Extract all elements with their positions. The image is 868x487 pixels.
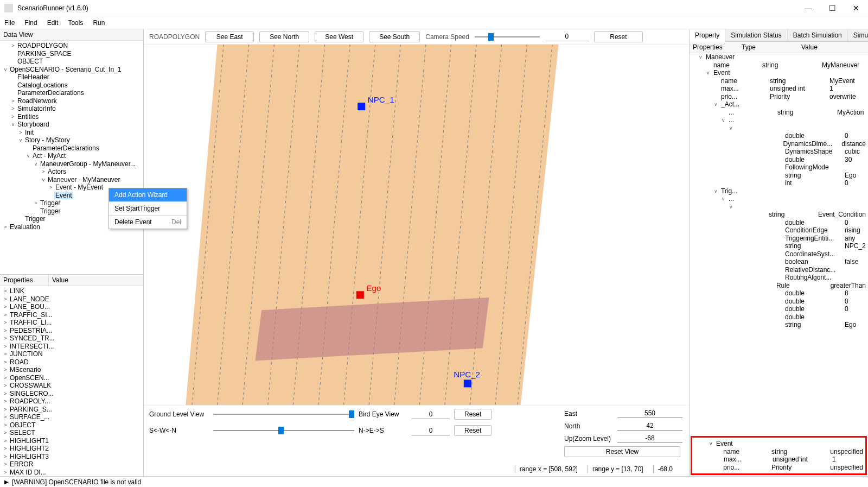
property-row[interactable]: stringEgo (690, 172, 868, 180)
tree-item[interactable]: vManeuverGroup - MyManeuver... (0, 160, 143, 168)
npc2-marker[interactable] (464, 380, 471, 387)
status-expand-icon[interactable]: ▶ (4, 479, 9, 485)
property-item[interactable]: >JUNCTION (0, 350, 143, 358)
property-row[interactable]: CoordinateSyst... (690, 250, 868, 258)
scenario-tree[interactable]: >ROADPOLYGONPARKING_SPACEOBJECTvOpenSCEN… (0, 41, 143, 274)
tree-item[interactable]: vManeuver - MyManeuver (0, 176, 143, 184)
property-row[interactable]: namestringunspecified (692, 448, 865, 456)
property-item[interactable]: >PEDESTRIA... (0, 327, 143, 335)
property-row[interactable]: max...unsigned int1 (690, 85, 868, 93)
tab-batch-simulation[interactable]: Batch Simulation (788, 29, 848, 41)
property-row[interactable]: ...stringMyAction (690, 109, 868, 117)
see-south-button[interactable]: See South (369, 31, 420, 42)
orientation-slider[interactable] (213, 426, 354, 435)
property-item[interactable]: >OBJECT (0, 421, 143, 429)
ctx-add-action-wizard[interactable]: Add Action Wizard (109, 188, 187, 202)
property-item[interactable]: >ERROR (0, 460, 143, 469)
property-row[interactable]: DynamicsDime...distance (690, 140, 868, 148)
ctx-set-start-trigger[interactable]: Set StartTrigger (109, 202, 187, 216)
property-row[interactable]: double0 (690, 219, 868, 227)
property-item[interactable]: >INTERSECTI... (0, 343, 143, 351)
north-input[interactable] (617, 421, 682, 431)
property-row[interactable]: RulegreaterThan (690, 282, 868, 290)
property-row[interactable]: vEvent (690, 69, 868, 77)
property-row[interactable]: stringNPC_2 (690, 242, 868, 250)
menu-edit[interactable]: Edit (47, 19, 59, 27)
property-row[interactable]: stringEgo (690, 321, 868, 329)
east-input[interactable] (617, 409, 682, 418)
property-row[interactable]: stringEvent_Condition (690, 211, 868, 219)
property-row[interactable]: prio...Priorityoverwrite (690, 93, 868, 101)
property-row[interactable]: FollowingMode (690, 163, 868, 172)
property-row[interactable]: booleanfalse (690, 258, 868, 266)
property-row[interactable]: double0 (690, 132, 868, 140)
tree-item[interactable]: >RoadNetwork (0, 97, 143, 105)
orientation-reset-button[interactable]: Reset (454, 425, 492, 436)
ctx-delete-event[interactable]: Delete Event Del (109, 216, 187, 229)
tree-item[interactable]: OBJECT (0, 58, 143, 66)
property-item[interactable]: >LANE_NODE (0, 295, 143, 303)
property-row[interactable]: RelativeDistanc... (690, 266, 868, 274)
property-item[interactable]: >LANE_BOU... (0, 303, 143, 311)
tree-item[interactable]: ParameterDeclarations (0, 144, 143, 153)
tree-item[interactable]: >SimulatorInfo (0, 105, 143, 113)
property-row[interactable]: vTrig... (690, 187, 868, 195)
maximize-button[interactable]: ☐ (825, 4, 840, 12)
property-row[interactable]: double30 (690, 156, 868, 164)
tab-property[interactable]: Property (690, 29, 725, 42)
viewport[interactable]: NPC_1 Ego NPC_2 (144, 45, 689, 405)
property-row[interactable]: namestringMyManeuver (690, 61, 868, 69)
tree-item[interactable]: >Init (0, 129, 143, 137)
property-row[interactable]: v (690, 124, 868, 132)
property-item[interactable]: >TRAFFIC_SI... (0, 311, 143, 319)
minimize-button[interactable]: — (801, 4, 816, 12)
property-item[interactable]: >OpenSCEN... (0, 374, 143, 382)
npc1-marker[interactable] (358, 103, 365, 110)
property-item[interactable]: >CROSSWALK (0, 382, 143, 390)
see-north-button[interactable]: See North (259, 31, 309, 42)
property-row[interactable]: v (690, 203, 868, 211)
property-row[interactable]: RoutingAlgorit... (690, 274, 868, 282)
property-row[interactable]: int0 (690, 179, 868, 187)
tree-item[interactable]: FileHeader (0, 73, 143, 81)
ground-level-slider[interactable] (213, 409, 354, 419)
tree-item[interactable]: CatalogLocations (0, 81, 143, 90)
property-item[interactable]: >HIGHLIGHT1 (0, 437, 143, 445)
tab-simulation-status[interactable]: Simulation Status (725, 29, 787, 41)
property-row[interactable]: vManeuver (690, 53, 868, 61)
property-item[interactable]: >MScenario (0, 366, 143, 374)
property-row[interactable]: TriggeringEntiti...any (690, 235, 868, 243)
property-row[interactable]: namestringMyEvent (690, 77, 868, 85)
tree-item[interactable]: vAct - MyAct (0, 152, 143, 160)
tree-item[interactable]: >ROADPOLYGON (0, 42, 143, 50)
bird-eye-input[interactable] (412, 410, 450, 419)
tree-item[interactable]: PARKING_SPACE (0, 50, 143, 58)
tree-item[interactable]: >Entities (0, 113, 143, 121)
tree-item[interactable]: ParameterDeclarations (0, 89, 143, 97)
tree-item[interactable]: vStory - MyStory (0, 136, 143, 144)
property-item[interactable]: >MAX ID DI... (0, 469, 143, 477)
menu-file[interactable]: File (4, 19, 15, 27)
zoom-input[interactable] (617, 434, 682, 443)
menu-find[interactable]: Find (24, 19, 37, 27)
property-grid[interactable]: vManeuvernamestringMyManeuvervEventnames… (690, 53, 868, 435)
reset-camera-button[interactable]: Reset (594, 31, 643, 42)
menu-run[interactable]: Run (93, 19, 105, 27)
orientation-input[interactable] (412, 426, 450, 435)
property-row[interactable]: vEvent (692, 440, 865, 448)
property-item[interactable]: >SINGLECRO... (0, 390, 143, 398)
property-row[interactable]: double0 (690, 298, 868, 306)
property-item[interactable]: >TRAFFIC_LI... (0, 319, 143, 327)
property-row[interactable]: DynamicsShapecubic (690, 148, 868, 156)
reset-view-button[interactable]: Reset View (564, 446, 680, 457)
tab-simulate[interactable]: Simulati (848, 29, 868, 41)
camera-speed-slider[interactable] (475, 32, 540, 42)
properties-list[interactable]: >LINK>LANE_NODE>LANE_BOU...>TRAFFIC_SI..… (0, 286, 143, 476)
property-row[interactable]: v_Act... (690, 100, 868, 109)
property-item[interactable]: >ROAD (0, 358, 143, 366)
property-row[interactable]: v... (690, 195, 868, 203)
menu-tools[interactable]: Tools (68, 19, 83, 27)
property-item[interactable]: >LINK (0, 287, 143, 295)
property-item[interactable]: >HIGHLIGHT2 (0, 445, 143, 453)
property-row[interactable]: v... (690, 116, 868, 124)
